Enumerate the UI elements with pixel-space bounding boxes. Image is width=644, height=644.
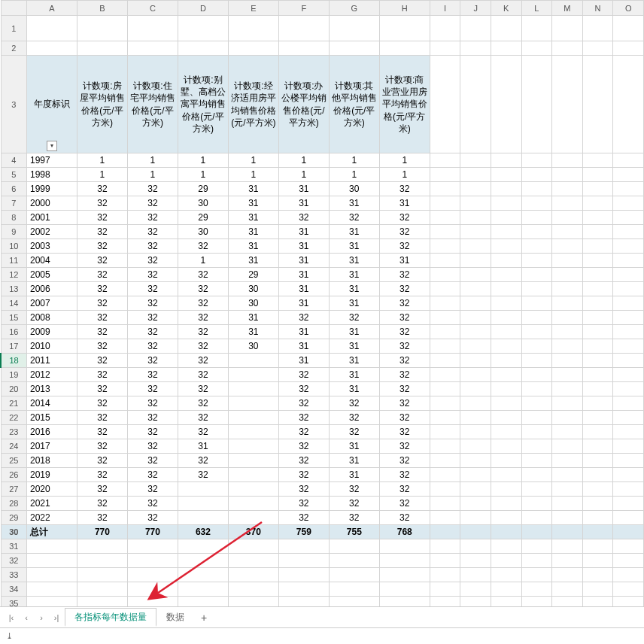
cell[interactable] bbox=[582, 554, 613, 568]
cell[interactable] bbox=[582, 382, 613, 396]
value-cell[interactable]: 32 bbox=[77, 411, 127, 425]
cell[interactable] bbox=[521, 239, 552, 254]
cell[interactable] bbox=[491, 254, 521, 268]
cell[interactable] bbox=[582, 239, 613, 254]
cell[interactable] bbox=[379, 554, 430, 568]
value-cell[interactable]: 32 bbox=[127, 454, 178, 468]
cell[interactable] bbox=[460, 468, 491, 482]
cell[interactable] bbox=[228, 582, 278, 597]
cell[interactable] bbox=[491, 311, 521, 325]
cell[interactable] bbox=[613, 56, 644, 153]
cell[interactable] bbox=[228, 41, 278, 56]
cell[interactable] bbox=[430, 268, 460, 282]
cell[interactable] bbox=[582, 211, 613, 225]
value-cell[interactable] bbox=[228, 497, 278, 511]
value-cell[interactable]: 32 bbox=[77, 254, 127, 268]
value-cell[interactable]: 32 bbox=[178, 325, 228, 339]
value-cell[interactable]: 32 bbox=[379, 497, 430, 511]
cell[interactable] bbox=[582, 539, 613, 554]
cell[interactable] bbox=[329, 582, 379, 597]
value-cell[interactable] bbox=[228, 511, 278, 525]
cell[interactable] bbox=[460, 539, 491, 554]
sheet-tab[interactable]: 各指标每年数据量 bbox=[65, 608, 156, 627]
cell[interactable] bbox=[228, 554, 278, 568]
cell[interactable] bbox=[613, 153, 644, 168]
cell[interactable] bbox=[582, 411, 613, 425]
row-header[interactable]: 33 bbox=[1, 568, 27, 582]
value-cell[interactable]: 31 bbox=[228, 254, 278, 268]
pivot-header[interactable]: 计数项:别墅、高档公寓平均销售价格(元/平方米) bbox=[178, 56, 228, 153]
cell[interactable] bbox=[521, 568, 552, 582]
value-cell[interactable]: 31 bbox=[329, 282, 379, 296]
row-header[interactable]: 29 bbox=[1, 511, 27, 525]
cell[interactable] bbox=[27, 582, 77, 597]
value-cell[interactable]: 31 bbox=[379, 196, 430, 211]
col-header-C[interactable]: C bbox=[127, 1, 178, 16]
cell[interactable] bbox=[613, 239, 644, 254]
cell[interactable] bbox=[582, 168, 613, 182]
cell[interactable] bbox=[430, 211, 460, 225]
cell[interactable] bbox=[552, 282, 583, 296]
col-header-L[interactable]: L bbox=[521, 1, 552, 16]
row-header[interactable]: 22 bbox=[1, 411, 27, 425]
value-cell[interactable]: 32 bbox=[127, 482, 178, 497]
value-cell[interactable]: 31 bbox=[228, 211, 278, 225]
year-cell[interactable]: 2010 bbox=[27, 339, 77, 354]
row-header[interactable]: 25 bbox=[1, 454, 27, 468]
value-cell[interactable]: 1 bbox=[178, 168, 228, 182]
cell[interactable] bbox=[460, 454, 491, 468]
value-cell[interactable]: 31 bbox=[228, 325, 278, 339]
value-cell[interactable]: 32 bbox=[127, 182, 178, 196]
cell[interactable] bbox=[460, 354, 491, 368]
value-cell[interactable]: 1 bbox=[329, 153, 379, 168]
col-header-M[interactable]: M bbox=[552, 1, 583, 16]
row-header[interactable]: 10 bbox=[1, 239, 27, 254]
value-cell[interactable]: 32 bbox=[77, 182, 127, 196]
value-cell[interactable]: 32 bbox=[379, 239, 430, 254]
cell[interactable] bbox=[228, 568, 278, 582]
year-cell[interactable]: 2007 bbox=[27, 296, 77, 311]
year-cell[interactable]: 2022 bbox=[27, 511, 77, 525]
value-cell[interactable]: 31 bbox=[278, 354, 329, 368]
value-cell[interactable]: 32 bbox=[379, 268, 430, 282]
cell[interactable] bbox=[521, 211, 552, 225]
cell[interactable] bbox=[27, 539, 77, 554]
row-header[interactable]: 7 bbox=[1, 196, 27, 211]
cell[interactable] bbox=[552, 396, 583, 411]
cell[interactable] bbox=[460, 368, 491, 382]
value-cell[interactable]: 32 bbox=[127, 425, 178, 439]
cell[interactable] bbox=[460, 554, 491, 568]
cell[interactable] bbox=[521, 339, 552, 354]
cell[interactable] bbox=[582, 311, 613, 325]
value-cell[interactable]: 32 bbox=[77, 325, 127, 339]
cell[interactable] bbox=[613, 211, 644, 225]
cell[interactable] bbox=[613, 296, 644, 311]
value-cell[interactable]: 32 bbox=[127, 468, 178, 482]
cell[interactable] bbox=[460, 168, 491, 182]
row-header[interactable]: 18 bbox=[1, 354, 27, 368]
cell[interactable] bbox=[613, 196, 644, 211]
cell[interactable] bbox=[491, 554, 521, 568]
cell[interactable] bbox=[582, 597, 613, 607]
value-cell[interactable]: 31 bbox=[278, 325, 329, 339]
cell[interactable] bbox=[552, 382, 583, 396]
cell[interactable] bbox=[582, 339, 613, 354]
col-header-G[interactable]: G bbox=[329, 1, 379, 16]
cell[interactable] bbox=[552, 425, 583, 439]
cell[interactable] bbox=[430, 425, 460, 439]
value-cell[interactable]: 32 bbox=[127, 268, 178, 282]
cell[interactable] bbox=[613, 411, 644, 425]
col-header-K[interactable]: K bbox=[491, 1, 521, 16]
value-cell[interactable]: 31 bbox=[329, 368, 379, 382]
value-cell[interactable]: 30 bbox=[178, 196, 228, 211]
cell[interactable] bbox=[613, 325, 644, 339]
cell[interactable] bbox=[430, 539, 460, 554]
row-header[interactable]: 26 bbox=[1, 468, 27, 482]
value-cell[interactable]: 1 bbox=[379, 153, 430, 168]
cell[interactable] bbox=[491, 497, 521, 511]
value-cell[interactable]: 1 bbox=[178, 254, 228, 268]
value-cell[interactable]: 1 bbox=[379, 168, 430, 182]
value-cell[interactable]: 32 bbox=[77, 439, 127, 454]
cell[interactable] bbox=[460, 153, 491, 168]
cell[interactable] bbox=[430, 525, 460, 539]
